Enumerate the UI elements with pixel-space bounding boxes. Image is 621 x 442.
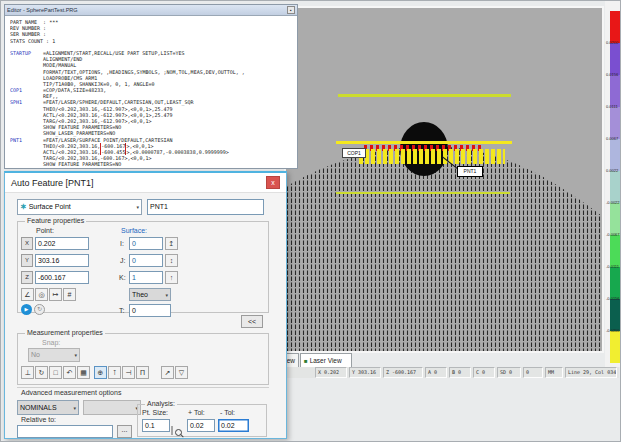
y-axis-button[interactable]: Y (21, 254, 33, 267)
code-text: LOADPROBE/CMS_ARM1 (10, 75, 97, 81)
status-segment: X 0.202 (315, 367, 347, 378)
status-segment: A 0 (425, 367, 447, 378)
browse-button[interactable]: ... (117, 425, 132, 438)
code-text: ACTL/<0.202,303.16,-612.907>,<0,0,1>,25.… (10, 112, 173, 118)
flip-vector-icon[interactable]: ↕ (165, 254, 178, 267)
surface-point-icon: ∗ (20, 201, 27, 213)
x-axis-button[interactable]: X (21, 237, 33, 250)
probe-touch-icon[interactable]: ⊥ (21, 366, 34, 379)
auto-feature-dialog[interactable]: Auto Feature [PNT1] x ∗ Surface Point ▾ … (4, 171, 287, 439)
nominals-dropdown[interactable]: NOMINALS ▾ (17, 400, 79, 415)
part-program-code[interactable]: PART NAME : ***REV NUMBER : SER NUMBER :… (5, 16, 297, 168)
filter-icon[interactable]: ▽ (175, 366, 188, 379)
minus-tol-input[interactable]: 0.02 (218, 419, 249, 432)
depth-icon[interactable]: ⊺ (108, 366, 121, 379)
scale-segment: 0.0111 (610, 107, 621, 139)
code-text (10, 44, 13, 50)
code-text: THEO/<0.202,303.16,-612.907>,<0,0,1>,25.… (10, 106, 173, 112)
scale-segment: 0.0022 (610, 171, 621, 203)
scale-tick-label: 0.0022 (606, 169, 618, 173)
code-line[interactable]: SHOW FEATURE PARAMETERS=NO (10, 161, 297, 167)
section-divider (17, 387, 269, 388)
find-cad-icon[interactable]: ◎ (35, 288, 48, 301)
scale-segment: -0.0067 (610, 235, 621, 267)
code-text: MODE/MANUAL (10, 62, 76, 68)
status-spacer (287, 367, 315, 378)
spacing-icon[interactable]: Π (136, 366, 149, 379)
feature-type-value: Surface Point (29, 201, 137, 213)
z-axis-button[interactable]: Z (21, 271, 33, 284)
tab-laser-view[interactable]: ■ Laser View (300, 353, 352, 367)
magnifier-icon[interactable] (171, 426, 173, 435)
point-select-icon[interactable]: ↦ (49, 288, 62, 301)
collapse-dialog-button[interactable]: << (241, 315, 263, 328)
code-text: =COP/DATA,SIZE=48233, (43, 87, 106, 93)
scale-segment: 0.0200 (610, 43, 621, 75)
status-segments: X 0.202Y 303.16Z -600.167A 0B 0C 0SD 00M… (315, 367, 619, 378)
status-segment: C 0 (473, 367, 495, 378)
snap-dropdown[interactable]: No ▾ (28, 348, 80, 362)
edit-window[interactable]: Editor - SpherePartTest.PRG ▪ PART NAME … (4, 4, 298, 169)
j-label: J: (120, 257, 125, 264)
relative-to-input[interactable] (17, 425, 113, 438)
analysis-group: Analysis: Pt. Size: + Tol: - Tol: 0.1 0.… (137, 404, 267, 437)
feature-type-dropdown[interactable]: ∗ Surface Point ▾ (17, 199, 142, 215)
pt-size-input[interactable]: 0.1 (142, 419, 170, 432)
vector-k-input[interactable]: 1 (129, 271, 163, 284)
code-text: PART NAME : *** (10, 19, 58, 25)
cop1-label[interactable]: COP1 (342, 148, 366, 158)
tab-live-view-label: ew (287, 357, 295, 364)
target-point-icon[interactable]: ⊕ (94, 366, 107, 379)
code-text: SER NUMBER : (10, 31, 49, 37)
measure-angle-icon[interactable]: ∠ (21, 288, 34, 301)
minus-tol-label: - Tol: (220, 409, 235, 416)
scale-tick-label: 0.0200 (606, 41, 618, 45)
remeasure-button[interactable]: ↻ (34, 304, 45, 315)
scale-tick-label: -0.0067 (606, 233, 620, 237)
chevron-down-icon: ▾ (74, 349, 77, 361)
align-vector-icon[interactable]: ↑ (165, 271, 178, 284)
feature-name-input[interactable]: PNT1 (147, 199, 264, 215)
snap-dropdown-value: No (31, 349, 74, 361)
code-text: SHOW_LASER_PARAMETERS=NO (10, 130, 115, 136)
point-y-input[interactable]: 303.16 (35, 254, 89, 267)
t-input[interactable]: 0 (129, 304, 171, 317)
code-text: SHOW FEATURE PARAMETERS=NO (10, 124, 121, 130)
path-curve-icon[interactable]: ↶ (63, 366, 76, 379)
vector-j-input[interactable]: 0 (129, 254, 163, 267)
dialog-titlebar[interactable]: Auto Feature [PNT1] x (5, 173, 286, 193)
offset-icon[interactable]: ⊣ (122, 366, 135, 379)
edit-window-menu-button[interactable]: ▪ (287, 6, 295, 14)
point-x-input[interactable]: 0.202 (35, 237, 89, 250)
measurement-properties-label: Measurement properties (25, 329, 105, 336)
scan-line-lower (336, 192, 510, 194)
scale-tick-label: -0.0156 (606, 297, 620, 301)
status-segment: Z -600.167 (383, 367, 423, 378)
relative-to-label: Relative to: (21, 416, 56, 423)
secondary-dropdown[interactable]: ▾ (83, 400, 141, 415)
region-box-icon[interactable]: □ (49, 366, 62, 379)
edit-window-titlebar[interactable]: Editor - SpherePartTest.PRG ▪ (5, 5, 297, 16)
grid-snap-icon[interactable]: # (63, 288, 76, 301)
measure-now-button[interactable]: ▶ (21, 304, 32, 315)
code-text: REF,, (10, 93, 58, 99)
point-z-input[interactable]: -600.167 (35, 271, 89, 284)
theo-dropdown[interactable]: Theo ▾ (129, 288, 171, 301)
rescan-icon[interactable]: ↻ (35, 366, 48, 379)
histogram-icon[interactable]: ▦ (77, 366, 90, 379)
scan-path-icon[interactable]: ↗ (161, 366, 174, 379)
vector-i-input[interactable]: 0 (129, 237, 163, 250)
laser-graphics-view[interactable]: COP1 PNT1 (284, 6, 604, 353)
code-text: THEO/<0.202,303.16, (10, 143, 100, 149)
code-text: ALIGNMENT/END (10, 56, 82, 62)
surface-normal-icon[interactable]: ↥ (165, 237, 178, 250)
measurement-properties-group: Measurement properties Snap: No ▾ ⊥ ↻ □ … (17, 333, 269, 385)
tab-laser-view-label: Laser View (310, 357, 342, 364)
code-text: =ALIGNMENT/START,RECALL/USE_PART_SETUP,L… (43, 50, 184, 56)
plus-tol-input[interactable]: 0.02 (187, 419, 215, 432)
k-label: K: (119, 274, 126, 281)
status-segment: SD 0 (497, 367, 521, 378)
pnt1-label[interactable]: PNT1 (457, 166, 483, 177)
advanced-options-label: Advanced measurement options (21, 389, 121, 396)
close-icon[interactable]: x (266, 176, 280, 189)
